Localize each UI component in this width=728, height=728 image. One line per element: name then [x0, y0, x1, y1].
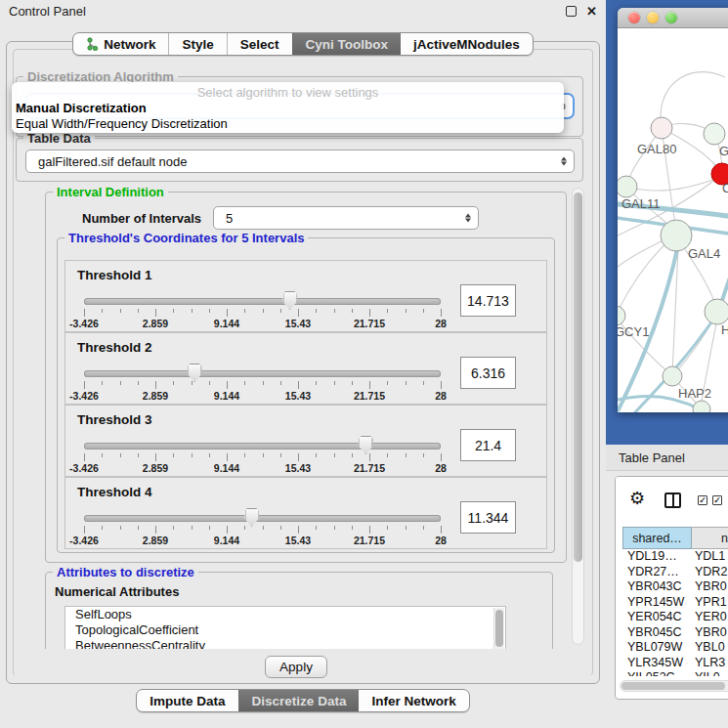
panel-scrollbar[interactable]	[572, 188, 584, 645]
attribute-list-item[interactable]: TopologicalCoefficient	[65, 622, 505, 638]
threshold-value-field[interactable]: 11.344	[460, 501, 516, 534]
node-label-gal80: GAL80	[637, 142, 676, 156]
group-title: Interval Definition	[53, 185, 168, 199]
threshold-slider-track[interactable]	[84, 515, 441, 522]
table-data-combobox[interactable]: galFiltered.sif default node	[25, 150, 575, 173]
tab-discretize-data[interactable]: Discretize Data	[238, 690, 360, 711]
tab-impute-data[interactable]: Impute Data	[137, 690, 237, 711]
node-label-hap2: HAP2	[678, 386, 711, 401]
gear-icon[interactable]: ⚙	[629, 490, 645, 507]
threshold-label: Threshold 2	[77, 340, 152, 355]
minimize-traffic-light-icon[interactable]	[647, 12, 659, 23]
node-table: shared… na YDL19…YDL1YDR27…YDR2YBR043CYB…	[622, 527, 728, 676]
threshold-2-panel: Threshold 2 -3.4262.8599.14415.4321.7152…	[64, 332, 547, 405]
threshold-slider-thumb[interactable]	[282, 291, 297, 310]
close-icon[interactable]: ✕	[586, 6, 597, 17]
num-intervals-combobox[interactable]: 5	[213, 206, 479, 230]
combo-arrows-icon	[465, 214, 471, 223]
table-row[interactable]: YIL052CYIL0	[622, 670, 728, 676]
slider-tick-labels: -3.4262.8599.14415.4321.71528	[84, 390, 441, 402]
table-header-row: shared… na	[622, 527, 728, 549]
threshold-3-panel: Threshold 3 -3.4262.8599.14415.4321.7152…	[64, 405, 547, 477]
table-row[interactable]: YPR145WYPR1	[622, 595, 728, 611]
control-panel-titlebar: Control Panel ✕	[0, 0, 606, 21]
column-header-name[interactable]: na	[692, 527, 728, 549]
network-window: GAL80 GA C GAL11 GAL4 GCY1 H HAP2	[618, 8, 728, 412]
node-label-gcy1: GCY1	[618, 324, 649, 339]
tab-label: Network	[104, 37, 155, 52]
slider-tick-labels: -3.4262.8599.14415.4321.71528	[84, 462, 441, 474]
num-intervals-label: Number of Intervals	[82, 211, 201, 226]
tab-network[interactable]: Network	[73, 33, 168, 55]
slider-ticks	[84, 309, 441, 318]
tab-select[interactable]: Select	[227, 33, 292, 55]
combo-value: 5	[226, 211, 233, 226]
tab-style[interactable]: Style	[168, 33, 226, 55]
scrollbar-thumb[interactable]	[574, 193, 582, 562]
split-columns-icon[interactable]	[664, 492, 681, 508]
slider-tick-labels: -3.4262.8599.14415.4321.71528	[84, 318, 441, 329]
dropdown-hint: Select algorithm to view settings	[12, 84, 564, 101]
slider-tick-labels: -3.4262.8599.14415.4321.71528	[84, 535, 441, 546]
tab-infer-network[interactable]: Infer Network	[359, 690, 468, 711]
group-title: Table Data	[23, 131, 95, 146]
node-label-h-partial: H	[721, 322, 728, 337]
network-window-titlebar	[618, 8, 728, 28]
node-table-container: ⚙ ✓ ✓ shared… na YDL19…YDL1YDR27…YDR2YBR…	[615, 476, 728, 700]
tab-cyni-toolbox[interactable]: Cyni Toolbox	[292, 33, 402, 55]
table-panel-title: Table Panel	[619, 450, 685, 465]
threshold-slider-track[interactable]	[84, 298, 441, 305]
column-header-shared-name[interactable]: shared…	[622, 527, 692, 549]
threshold-slider-thumb[interactable]	[244, 508, 259, 527]
attribute-list-item[interactable]: SelfLoops	[65, 607, 505, 622]
dropdown-option-equal-width[interactable]: Equal Width/Frequency Discretization	[12, 116, 564, 132]
table-hscrollbar[interactable]	[620, 680, 728, 692]
threshold-slider-track[interactable]	[84, 370, 441, 377]
attr-list-items: SelfLoopsTopologicalCoefficientBetweenne…	[65, 607, 505, 654]
threshold-slider-track[interactable]	[84, 443, 441, 450]
combo-arrows-icon	[561, 157, 567, 166]
table-row[interactable]: YBL079WYBL0	[622, 640, 728, 656]
panel-title: Control Panel	[9, 4, 566, 19]
tab-jactivemnodules[interactable]: jActiveMNodules	[401, 33, 533, 55]
node-label-c-partial: C	[722, 181, 728, 195]
threshold-label: Threshold 1	[77, 268, 152, 282]
network-canvas[interactable]: GAL80 GA C GAL11 GAL4 GCY1 H HAP2	[618, 28, 728, 412]
top-tabbar: Network Style Select Cyni Toolbox jActiv…	[0, 32, 606, 56]
slider-ticks	[84, 453, 441, 462]
zoom-traffic-light-icon[interactable]	[665, 12, 677, 23]
threshold-label: Threshold 3	[77, 412, 152, 427]
threshold-slider-thumb[interactable]	[188, 364, 202, 382]
group-title: Attributes to discretize	[53, 565, 198, 579]
node-label-gal11: GAL11	[621, 196, 661, 211]
float-window-icon[interactable]	[566, 6, 577, 17]
dropdown-option-manual[interactable]: Manual Discretization	[12, 101, 564, 116]
close-traffic-light-icon[interactable]	[628, 12, 640, 23]
network-icon	[86, 37, 99, 51]
table-row[interactable]: YDR27…YDR2	[622, 565, 728, 580]
select-all-checkbox-icon[interactable]: ✓	[698, 495, 707, 505]
list-scrollbar-thumb[interactable]	[495, 610, 503, 647]
threshold-value-field[interactable]: 21.4	[460, 429, 516, 461]
node-table-body[interactable]: YDL19…YDL1YDR27…YDR2YBR043CYBR0YPR145WYP…	[622, 549, 728, 676]
threshold-value-field[interactable]: 14.713	[460, 284, 516, 317]
hscrollbar-thumb[interactable]	[621, 682, 725, 690]
combo-value: galFiltered.sif default node	[38, 154, 187, 169]
table-row[interactable]: YBR045CYBR0	[622, 625, 728, 641]
threshold-label: Threshold 4	[77, 485, 152, 499]
control-panel: Control Panel ✕ Network Style	[0, 0, 606, 728]
apply-button[interactable]: Apply	[265, 656, 327, 678]
table-row[interactable]: YLR345WYLR3	[622, 656, 728, 671]
select-none-checkbox-icon[interactable]: ✓	[712, 495, 722, 505]
threshold-slider-thumb[interactable]	[359, 436, 373, 454]
table-row[interactable]: YBR043CYBR0	[622, 579, 728, 595]
table-panel-header: Table Panel	[606, 445, 728, 471]
network-view-area: GAL80 GA C GAL11 GAL4 GCY1 H HAP2	[606, 0, 728, 445]
slider-ticks	[84, 381, 441, 390]
table-row[interactable]: YDL19…YDL1	[622, 549, 728, 565]
threshold-value-field[interactable]: 6.316	[460, 357, 516, 389]
group-title: Threshold's Coordinates for 5 Intervals	[64, 231, 308, 245]
slider-ticks	[84, 526, 441, 535]
threshold-4-panel: Threshold 4 -3.4262.8599.14415.4321.7152…	[64, 477, 547, 549]
table-row[interactable]: YER054CYER0	[622, 610, 728, 625]
